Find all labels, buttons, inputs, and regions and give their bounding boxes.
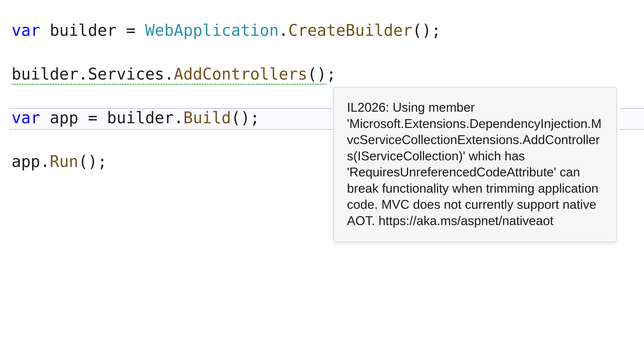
operator-equals: = [88, 108, 98, 127]
identifier-services: Services [88, 65, 164, 83]
punct-dot: . [164, 65, 174, 83]
code-line-1[interactable]: var builder = WebApplication.CreateBuild… [12, 19, 644, 41]
punct-dot: . [279, 21, 288, 40]
identifier-app: app [50, 108, 78, 127]
method-run: Run [50, 152, 78, 171]
warning-tooltip-text: IL2026: Using member 'Microsoft.Extensio… [347, 100, 602, 228]
punct-dot: . [78, 65, 88, 83]
punct-parens-semi: (); [412, 21, 441, 40]
whitespace [136, 21, 145, 40]
punct-semi: ; [326, 65, 336, 83]
punct-parens-semi: (); [78, 152, 107, 171]
punct-parens: () [307, 65, 326, 83]
punct-parens-semi: (); [231, 108, 260, 127]
identifier-app: app [12, 152, 40, 171]
code-line-2-blank[interactable] [12, 41, 644, 63]
punct-dot: . [174, 108, 183, 127]
identifier-builder: builder [50, 21, 116, 40]
identifier-builder: builder [12, 65, 78, 83]
keyword-var: var [12, 108, 40, 127]
method-createbuilder: CreateBuilder [288, 21, 412, 40]
method-addcontrollers: AddControllers [174, 65, 307, 83]
punct-dot: . [40, 152, 50, 171]
warning-tooltip: IL2026: Using member 'Microsoft.Extensio… [333, 87, 617, 242]
whitespace [116, 21, 126, 40]
whitespace [40, 108, 50, 127]
operator-equals: = [126, 21, 136, 40]
identifier-builder: builder [107, 108, 174, 127]
method-build: Build [183, 108, 231, 127]
keyword-var: var [12, 21, 40, 40]
type-webapplication: WebApplication [145, 21, 279, 40]
whitespace [98, 108, 107, 127]
whitespace [78, 108, 88, 127]
whitespace [40, 21, 50, 40]
code-line-3[interactable]: builder.Services.AddControllers(); [12, 63, 644, 85]
